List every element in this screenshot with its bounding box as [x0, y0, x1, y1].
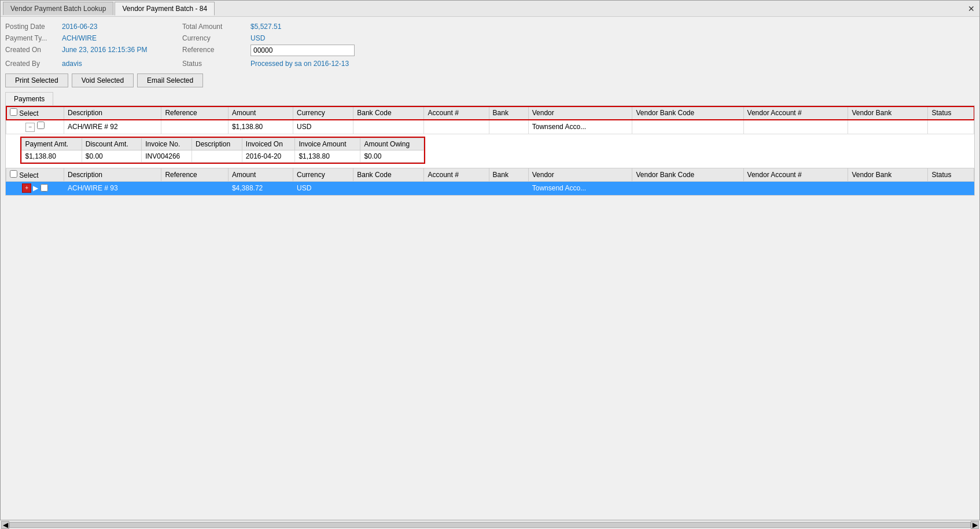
- row2-accountnum: [424, 181, 489, 194]
- col-amount-1: Amount: [228, 106, 293, 120]
- col-bankcode-2: Bank Code: [353, 168, 424, 181]
- inner-row1-paymentamt: $1,138.80: [21, 150, 82, 162]
- col-accountnum-1: Account #: [424, 106, 489, 120]
- row2-checkbox[interactable]: [40, 184, 48, 192]
- col-accountnum-2: Account #: [424, 168, 489, 181]
- posting-date-label: Posting Date: [5, 21, 57, 31]
- col-currency-1: Currency: [293, 106, 353, 120]
- select-all-checkbox-1[interactable]: [10, 108, 17, 116]
- col-description-2: Description: [64, 168, 161, 181]
- inner-col-paymentamt: Payment Amt.: [21, 138, 82, 150]
- payment-type-label: Payment Ty...: [5, 33, 57, 42]
- col-select-2: Select: [6, 168, 64, 181]
- content-area: Posting Date 2016-06-23 Total Amount $5,…: [1, 17, 979, 528]
- tab-vendor-payment-batch-84[interactable]: Vendor Payment Batch - 84: [115, 2, 215, 16]
- col-vendorbank-2: Vendor Bank: [848, 168, 928, 181]
- col-status-2: Status: [928, 168, 974, 181]
- table-row[interactable]: − ACH/WIRE # 92 $1,138.80 USD Townsend A…: [6, 120, 974, 134]
- table-row-selected[interactable]: + ▶ ACH/WIRE # 93 $4,388.72 USD Townsend…: [6, 181, 974, 194]
- col-bankcode-1: Bank Code: [353, 106, 424, 120]
- row2-bankcode: [353, 181, 424, 194]
- tab-vendor-payment-batch-lookup[interactable]: Vendor Payment Batch Lookup: [3, 2, 113, 15]
- col-bank-1: Bank: [489, 106, 528, 120]
- inner-row1-description: [192, 150, 242, 162]
- print-selected-button[interactable]: Print Selected: [5, 74, 68, 87]
- total-amount-value: $5,527.51: [250, 21, 366, 31]
- row2-vendoraccountnum: [743, 181, 848, 194]
- reference-input[interactable]: [250, 45, 355, 56]
- row2-vendorbankcode: [632, 181, 743, 194]
- col-vendor-1: Vendor: [528, 106, 632, 120]
- scrollbar-track[interactable]: [9, 522, 971, 528]
- payments-tab[interactable]: Payments: [5, 92, 53, 105]
- horizontal-scrollbar[interactable]: ◀ ▶: [0, 520, 980, 529]
- reference-label: Reference: [182, 45, 246, 56]
- total-amount-label: Total Amount: [182, 21, 246, 31]
- scroll-right-button[interactable]: ▶: [971, 521, 979, 529]
- inner-col-description: Description: [192, 138, 242, 150]
- inner-table-header: Payment Amt. Discount Amt. Invoice No. D…: [21, 138, 423, 150]
- posting-date-value: 2016-06-23: [62, 21, 178, 31]
- col-vendoraccountnum-1: Vendor Account #: [743, 106, 848, 120]
- status-label: Status: [182, 58, 246, 68]
- col-vendoraccountnum-2: Vendor Account #: [743, 168, 848, 181]
- table-header-row-1: Select Description Reference Amount Curr…: [6, 106, 974, 120]
- reference-input-container: [250, 45, 366, 56]
- col-vendorbankcode-2: Vendor Bank Code: [632, 168, 743, 181]
- row2-description: ACH/WIRE # 93: [64, 181, 161, 194]
- inner-table: Payment Amt. Discount Amt. Invoice No. D…: [21, 138, 424, 163]
- inner-row-container: Payment Amt. Discount Amt. Invoice No. D…: [6, 134, 974, 168]
- col-vendorbank-1: Vendor Bank: [848, 106, 928, 120]
- inner-row1-discountamt: $0.00: [82, 150, 141, 162]
- col-currency-2: Currency: [293, 168, 353, 181]
- row2-bank: [489, 181, 528, 194]
- col-bank-2: Bank: [489, 168, 528, 181]
- inner-col-invoicedon: Invoiced On: [242, 138, 295, 150]
- created-by-value: adavis: [62, 58, 178, 68]
- row1-bank: [489, 120, 528, 134]
- created-on-label: Created On: [5, 45, 57, 56]
- inner-row1-invoiceamount: $1,138.80: [295, 150, 360, 162]
- row2-select: + ▶: [6, 181, 64, 194]
- row2-reference: [161, 181, 228, 194]
- col-status-1: Status: [928, 106, 974, 120]
- row2-currency: USD: [293, 181, 353, 194]
- payments-container: Select Description Reference Amount Curr…: [5, 105, 975, 196]
- scroll-left-button[interactable]: ◀: [1, 521, 9, 529]
- created-by-label: Created By: [5, 58, 57, 68]
- expand-collapse-1[interactable]: −: [25, 123, 35, 132]
- row1-checkbox[interactable]: [37, 122, 45, 129]
- row1-currency: USD: [293, 120, 353, 134]
- select-all-checkbox-2[interactable]: [10, 170, 17, 178]
- col-reference-1: Reference: [161, 106, 228, 120]
- inner-table-wrapper: Payment Amt. Discount Amt. Invoice No. D…: [20, 137, 425, 164]
- col-amount-2: Amount: [228, 168, 293, 181]
- status-value: Processed by sa on 2016-12-13: [250, 58, 366, 68]
- col-select-1: Select: [6, 106, 64, 120]
- expand-icon-2[interactable]: +: [22, 183, 31, 193]
- toolbar: Print Selected Void Selected Email Selec…: [5, 74, 975, 87]
- inner-row1-invoicedon: 2016-04-20: [242, 150, 295, 162]
- currency-value: USD: [250, 33, 366, 42]
- col-description-1: Description: [64, 106, 161, 120]
- row1-bankcode: [353, 120, 424, 134]
- title-bar: Vendor Payment Batch Lookup Vendor Payme…: [1, 1, 979, 17]
- email-selected-button[interactable]: Email Selected: [137, 74, 203, 87]
- inner-col-invoiceamount: Invoice Amount: [295, 138, 360, 150]
- inner-col-invoiceno: Invoice No.: [142, 138, 192, 150]
- inner-table-row[interactable]: $1,138.80 $0.00 INV004266 2016-04-20 $1,…: [21, 150, 423, 162]
- col-vendorbankcode-1: Vendor Bank Code: [632, 106, 743, 120]
- close-button[interactable]: ✕: [966, 3, 977, 14]
- row2-amount: $4,388.72: [228, 181, 293, 194]
- inner-col-discountamt: Discount Amt.: [82, 138, 141, 150]
- row1-accountnum: [424, 120, 489, 134]
- inner-row1-amountowing: $0.00: [360, 150, 423, 162]
- row1-vendoraccountnum: [743, 120, 848, 134]
- void-selected-button[interactable]: Void Selected: [72, 74, 134, 87]
- main-window: Vendor Payment Batch Lookup Vendor Payme…: [0, 0, 980, 529]
- row2-vendor: Townsend Acco...: [528, 181, 632, 194]
- created-on-value: June 23, 2016 12:15:36 PM: [62, 45, 178, 56]
- row2-status: [928, 181, 974, 194]
- payments-table: Select Description Reference Amount Curr…: [6, 106, 974, 195]
- row1-vendorbank: [848, 120, 928, 134]
